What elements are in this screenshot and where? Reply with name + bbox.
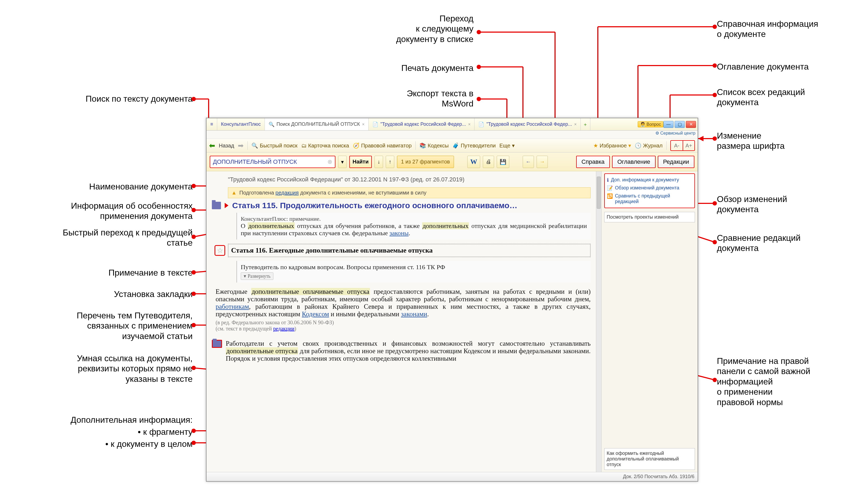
- journal-button[interactable]: 🕓 Журнал: [635, 142, 663, 149]
- svg-point-44: [713, 24, 717, 29]
- svg-point-56: [713, 136, 717, 141]
- anno-toc: Оглавление документа: [717, 62, 809, 72]
- anno-guide-topics: Перечень тем Путеводителя, связанных с п…: [0, 310, 193, 341]
- rpanel-projects-box[interactable]: Посмотреть проекты изменений: [604, 212, 695, 222]
- svg-point-62: [713, 240, 717, 244]
- export-word-button[interactable]: W: [467, 156, 480, 168]
- laws-smart-link[interactable]: законами: [401, 310, 427, 318]
- close-tab-icon[interactable]: ×: [574, 122, 577, 127]
- svg-point-52: [713, 93, 717, 97]
- svg-marker-58: [698, 136, 704, 141]
- close-tab-icon[interactable]: ×: [468, 122, 470, 127]
- rpanel-item-docinfo[interactable]: ℹДоп. информация к документу: [607, 176, 692, 184]
- document-area: "Трудовой кодекс Российской Федерации" о…: [207, 171, 698, 472]
- guide-box: Путеводитель по кадровым вопросам. Вопро…: [237, 261, 591, 283]
- kodeks-button[interactable]: 📚 Кодексы: [419, 142, 449, 149]
- tab-search[interactable]: 🔍Поиск ДОПОЛНИТЕЛЬНЫЙ ОТПУСК×: [265, 118, 369, 130]
- bookmark-button[interactable]: ☆: [214, 245, 225, 256]
- app-window: ≡ КонсультантПлюс 🔍Поиск ДОПОЛНИТЕЛЬНЫЙ …: [206, 118, 698, 482]
- svg-point-35: [477, 65, 481, 69]
- tab-app[interactable]: КонсультантПлюс: [217, 118, 265, 130]
- service-center-link[interactable]: ⚙ Сервисный центр: [207, 131, 698, 139]
- kodex-link[interactable]: Кодексом: [302, 310, 329, 318]
- favorites-button[interactable]: ★ Избранное ▾: [593, 142, 631, 149]
- minimize-button[interactable]: —: [663, 121, 674, 128]
- highlight: дополнительных: [422, 222, 469, 229]
- nav-back-button[interactable]: ⬅: [209, 141, 215, 150]
- prev-article-arrow-icon[interactable]: [225, 203, 228, 208]
- find-button[interactable]: Найти: [349, 156, 372, 168]
- window-tabbar: ≡ КонсультантПлюс 🔍Поиск ДОПОЛНИТЕЛЬНЫЙ …: [207, 118, 698, 131]
- rpanel-item-compare[interactable]: 🔁Сравнить с предыдущей редакцией: [607, 192, 692, 205]
- legal-navigator-button[interactable]: 🧭 Правовой навигатор: [353, 142, 412, 149]
- menu-button[interactable]: ≡: [207, 118, 217, 130]
- reference-button[interactable]: Справка: [576, 156, 610, 168]
- highlight: дополнительные оплачиваемые отпуска: [251, 288, 370, 295]
- doc-search-input[interactable]: ДОПОЛНИТЕЛЬНЫЙ ОТПУСК ⊗: [210, 156, 335, 168]
- anno-export-word: Экспорт текста в MsWord: [302, 88, 473, 109]
- save-button[interactable]: 💾: [497, 156, 509, 168]
- status-bar: Док. 2/50 Посчитать Абз. 1910/6: [207, 472, 698, 481]
- quick-search-button[interactable]: 🔍 Быстрый поиск: [251, 142, 297, 149]
- right-panel-actions: ℹДоп. информация к документу 📝Обзор изме…: [604, 173, 695, 208]
- new-tab-button[interactable]: ＋: [581, 118, 590, 130]
- fragment-counter: 1 из 27 фрагментов: [397, 156, 454, 168]
- prev-match-button[interactable]: ↓: [375, 156, 383, 168]
- guides-button[interactable]: 🧳 Путеводители: [452, 142, 496, 149]
- anno-prev-article: Быстрый переход к предыдущей статье: [0, 227, 193, 248]
- doc-scrollbar[interactable]: [596, 171, 601, 472]
- warning-icon: ▲: [231, 190, 237, 196]
- toc-button[interactable]: Оглавление: [612, 156, 656, 168]
- clear-search-icon[interactable]: ⊗: [327, 158, 332, 165]
- search-card-button[interactable]: 🗂 Карточка поиска: [301, 142, 349, 149]
- article-115-header[interactable]: Статья 115. Продолжительность ежегодного…: [232, 201, 591, 210]
- svg-point-39: [477, 97, 481, 101]
- laws-link[interactable]: законы: [389, 229, 409, 237]
- editions-button[interactable]: Редакции: [658, 156, 694, 168]
- maximize-button[interactable]: ▢: [675, 121, 685, 128]
- workers-link[interactable]: работникам: [215, 303, 249, 310]
- tab-doc-2[interactable]: 📄"Трудовой кодекс Российской Федер...×: [474, 118, 580, 130]
- anno-text-note: Примечание в тексте: [0, 268, 193, 278]
- rpanel-item-changes[interactable]: 📝Обзор изменений документа: [607, 184, 692, 192]
- folder-icon[interactable]: [212, 202, 221, 209]
- prev-doc-button[interactable]: ←: [523, 156, 534, 168]
- svg-point-48: [713, 64, 717, 68]
- document-body: "Трудовой кодекс Российской Федерации" о…: [207, 171, 596, 472]
- rpanel-howto-note[interactable]: Как оформить ежегодный дополнительный оп…: [604, 448, 695, 470]
- tab-doc-1[interactable]: 📄"Трудовой кодекс Российской Федер...×: [369, 118, 474, 130]
- svg-point-65: [713, 378, 717, 382]
- next-match-button[interactable]: ↑: [386, 156, 394, 168]
- anno-right-note: Примечание на правой панели с самой важн…: [717, 356, 810, 407]
- word-icon: W: [470, 158, 477, 166]
- search-dropdown[interactable]: ▾: [338, 156, 347, 168]
- prev-edition-link[interactable]: редакции: [273, 326, 295, 331]
- pending-edition-link[interactable]: редакция: [276, 190, 299, 195]
- anno-extra-info-b: • к документу в целом: [0, 439, 193, 449]
- article-115-line: Статья 115. Продолжительность ежегодного…: [212, 201, 591, 210]
- font-decrease-button[interactable]: A-: [671, 141, 683, 150]
- question-button[interactable]: 🧑‍💼 Вопрос: [638, 121, 663, 127]
- highlight: дополнительные отпуска: [226, 347, 298, 355]
- font-increase-button[interactable]: A+: [683, 141, 694, 150]
- font-size-group: A- A+: [670, 140, 695, 151]
- document-title: "Трудовой кодекс Российской Федерации" о…: [212, 174, 591, 186]
- fragment-info-icon[interactable]: [212, 340, 222, 348]
- more-button[interactable]: Еще ▾: [499, 142, 515, 149]
- inline-note-box: КонсультантПлюс: примечание. О дополните…: [237, 213, 591, 239]
- close-tab-icon[interactable]: ×: [362, 122, 365, 127]
- close-button[interactable]: ✕: [686, 121, 696, 128]
- anno-compare: Сравнение редакций документа: [717, 233, 801, 253]
- edition-note-2: (см. текст в предыдущей редакции): [215, 326, 591, 332]
- nav-forward-button[interactable]: ➡: [238, 141, 244, 150]
- print-button[interactable]: 🖨: [483, 156, 494, 168]
- right-panel: ℹДоп. информация к документу 📝Обзор изме…: [601, 171, 698, 472]
- svg-point-59: [713, 201, 717, 205]
- anno-extra-info-a: • к фрагменту: [0, 427, 193, 437]
- next-doc-button[interactable]: →: [537, 156, 548, 168]
- nav-back-label: Назад: [219, 142, 234, 149]
- anno-editions: Список всех редакций документа: [717, 87, 805, 107]
- guide-expand-button[interactable]: ▾ Развернуть: [241, 272, 273, 280]
- article-116-header[interactable]: Статья 116. Ежегодные дополнительные опл…: [228, 244, 591, 257]
- guide-title[interactable]: Путеводитель по кадровым вопросам. Вопро…: [241, 263, 587, 271]
